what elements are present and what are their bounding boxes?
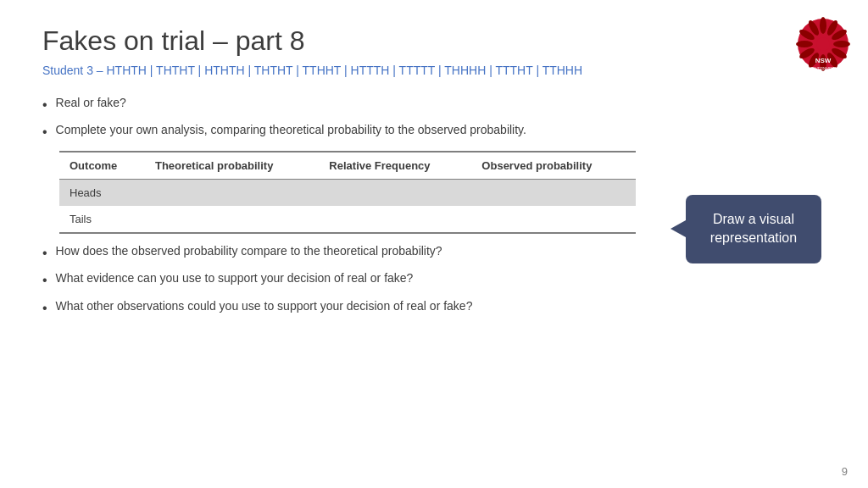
svg-text:GOVERNMENT: GOVERNMENT: [810, 67, 837, 71]
bullet-2: Complete your own analysis, comparing th…: [42, 123, 826, 141]
student-subtitle: Student 3 – HTHTH | THTHT | HTHTH | THTH…: [42, 64, 826, 77]
tails-observed: [471, 206, 636, 233]
speech-bubble: Draw a visual representation: [686, 195, 821, 263]
col-observed: Observed probability: [471, 152, 636, 180]
svg-point-1: [820, 17, 826, 34]
tails-theoretical: [145, 206, 319, 233]
col-frequency: Relative Frequency: [319, 152, 471, 180]
svg-point-13: [816, 37, 830, 51]
slide: NSW GOVERNMENT Fakes on trial – part 8 S…: [0, 0, 868, 488]
probability-table-container: Outcome Theoretical probability Relative…: [59, 151, 636, 234]
bullet-list: Real or fake? Complete your own analysis…: [42, 96, 826, 142]
probability-table: Outcome Theoretical probability Relative…: [59, 151, 636, 234]
page-title: Fakes on trial – part 8: [42, 25, 826, 57]
tails-frequency: [319, 206, 471, 233]
table-row-tails: Tails: [59, 206, 636, 233]
heads-outcome: Heads: [59, 179, 145, 206]
svg-point-10: [796, 41, 813, 47]
bullet-5: What other observations could you use to…: [42, 299, 826, 318]
col-theoretical: Theoretical probability: [145, 152, 319, 180]
nsw-logo: NSW GOVERNMENT: [796, 17, 851, 72]
bullet-1: Real or fake?: [42, 96, 826, 114]
heads-observed: [471, 179, 636, 206]
table-header-row: Outcome Theoretical probability Relative…: [59, 152, 636, 180]
table-row-heads: Heads: [59, 179, 636, 206]
svg-text:NSW: NSW: [815, 57, 832, 64]
heads-theoretical: [145, 179, 319, 206]
svg-point-4: [833, 41, 850, 47]
col-outcome: Outcome: [59, 152, 145, 180]
tails-outcome: Tails: [59, 206, 145, 233]
bullet-4: What evidence can you use to support you…: [42, 271, 826, 290]
heads-frequency: [319, 179, 471, 206]
page-number: 9: [842, 465, 848, 478]
